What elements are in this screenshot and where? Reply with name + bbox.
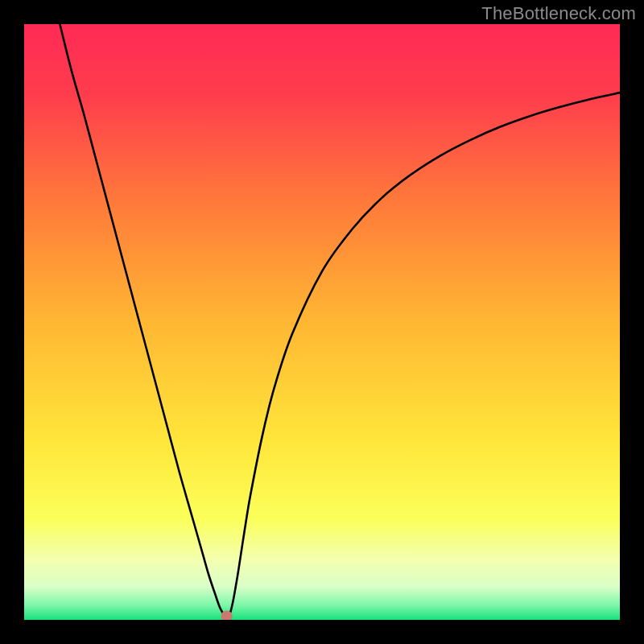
chart-frame: TheBottleneck.com — [0, 0, 644, 644]
plot-area — [24, 24, 620, 620]
watermark-text: TheBottleneck.com — [481, 3, 636, 24]
gradient-bg — [24, 24, 620, 620]
chart-svg — [24, 24, 620, 620]
